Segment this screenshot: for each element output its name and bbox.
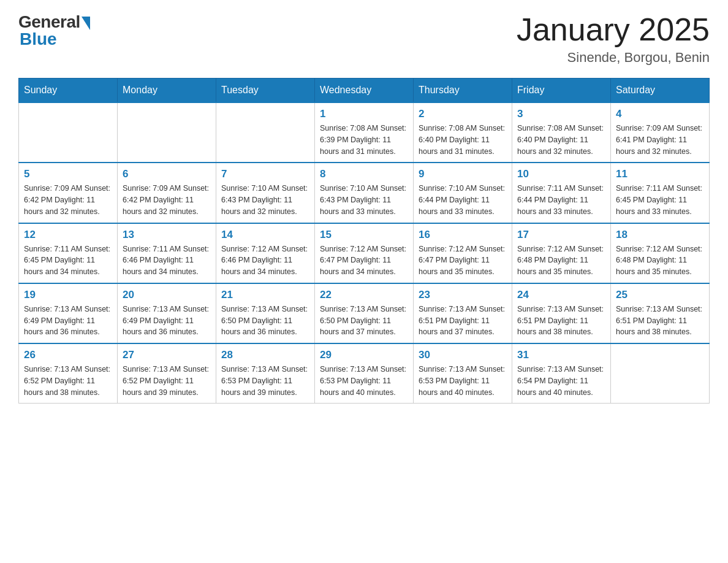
calendar-header-row: SundayMondayTuesdayWednesdayThursdayFrid… <box>19 79 710 103</box>
day-number: 16 <box>419 229 507 241</box>
title-section: January 2025 Sinende, Borgou, Benin <box>517 12 710 66</box>
day-number: 15 <box>320 229 408 241</box>
calendar-cell: 18Sunrise: 7:12 AM Sunset: 6:48 PM Dayli… <box>611 223 710 283</box>
day-info: Sunrise: 7:13 AM Sunset: 6:49 PM Dayligh… <box>24 304 112 338</box>
calendar-cell: 24Sunrise: 7:13 AM Sunset: 6:51 PM Dayli… <box>512 283 611 343</box>
calendar-cell: 16Sunrise: 7:12 AM Sunset: 6:47 PM Dayli… <box>414 223 512 283</box>
calendar-cell: 26Sunrise: 7:13 AM Sunset: 6:52 PM Dayli… <box>19 343 118 404</box>
day-number: 7 <box>221 168 309 180</box>
day-number: 9 <box>419 168 507 180</box>
calendar-week-row: 12Sunrise: 7:11 AM Sunset: 6:45 PM Dayli… <box>19 223 710 283</box>
calendar-cell: 5Sunrise: 7:09 AM Sunset: 6:42 PM Daylig… <box>19 163 118 223</box>
calendar-cell: 2Sunrise: 7:08 AM Sunset: 6:40 PM Daylig… <box>414 102 512 163</box>
day-number: 5 <box>24 168 112 180</box>
day-number: 30 <box>419 349 507 361</box>
day-info: Sunrise: 7:09 AM Sunset: 6:41 PM Dayligh… <box>616 123 704 157</box>
calendar-cell: 30Sunrise: 7:13 AM Sunset: 6:53 PM Dayli… <box>414 343 512 404</box>
day-of-week-header: Thursday <box>414 79 512 103</box>
page-header: General Blue January 2025 Sinende, Borgo… <box>18 12 710 66</box>
calendar-cell: 22Sunrise: 7:13 AM Sunset: 6:50 PM Dayli… <box>315 283 414 343</box>
calendar-cell: 4Sunrise: 7:09 AM Sunset: 6:41 PM Daylig… <box>611 102 710 163</box>
logo-arrow-icon <box>82 17 90 30</box>
logo-blue-text: Blue <box>20 29 57 49</box>
day-number: 21 <box>221 289 309 301</box>
day-of-week-header: Tuesday <box>216 79 315 103</box>
day-info: Sunrise: 7:11 AM Sunset: 6:46 PM Dayligh… <box>123 243 211 278</box>
calendar-cell: 11Sunrise: 7:11 AM Sunset: 6:45 PM Dayli… <box>611 163 710 223</box>
day-number: 3 <box>517 108 605 120</box>
day-info: Sunrise: 7:13 AM Sunset: 6:51 PM Dayligh… <box>419 304 507 338</box>
day-number: 26 <box>24 349 112 361</box>
day-of-week-header: Sunday <box>19 79 118 103</box>
calendar-cell: 1Sunrise: 7:08 AM Sunset: 6:39 PM Daylig… <box>315 102 414 163</box>
calendar-cell: 9Sunrise: 7:10 AM Sunset: 6:44 PM Daylig… <box>414 163 512 223</box>
day-number: 23 <box>419 289 507 301</box>
day-number: 24 <box>517 289 605 301</box>
day-number: 18 <box>616 229 704 241</box>
location-subtitle: Sinende, Borgou, Benin <box>517 50 710 66</box>
calendar-table: SundayMondayTuesdayWednesdayThursdayFrid… <box>18 78 710 404</box>
calendar-cell <box>19 102 118 163</box>
day-number: 4 <box>616 108 704 120</box>
day-number: 13 <box>123 229 211 241</box>
calendar-week-row: 19Sunrise: 7:13 AM Sunset: 6:49 PM Dayli… <box>19 283 710 343</box>
calendar-week-row: 5Sunrise: 7:09 AM Sunset: 6:42 PM Daylig… <box>19 163 710 223</box>
day-info: Sunrise: 7:08 AM Sunset: 6:40 PM Dayligh… <box>419 123 507 157</box>
calendar-cell: 17Sunrise: 7:12 AM Sunset: 6:48 PM Dayli… <box>512 223 611 283</box>
day-number: 22 <box>320 289 408 301</box>
day-info: Sunrise: 7:09 AM Sunset: 6:42 PM Dayligh… <box>123 183 211 217</box>
calendar-cell: 13Sunrise: 7:11 AM Sunset: 6:46 PM Dayli… <box>118 223 216 283</box>
day-number: 29 <box>320 349 408 361</box>
day-info: Sunrise: 7:12 AM Sunset: 6:48 PM Dayligh… <box>517 243 605 278</box>
day-of-week-header: Monday <box>118 79 216 103</box>
day-info: Sunrise: 7:12 AM Sunset: 6:47 PM Dayligh… <box>419 243 507 278</box>
day-info: Sunrise: 7:13 AM Sunset: 6:53 PM Dayligh… <box>221 364 309 398</box>
calendar-cell: 10Sunrise: 7:11 AM Sunset: 6:44 PM Dayli… <box>512 163 611 223</box>
day-number: 12 <box>24 229 112 241</box>
day-number: 25 <box>616 289 704 301</box>
day-info: Sunrise: 7:10 AM Sunset: 6:43 PM Dayligh… <box>221 183 309 217</box>
day-number: 20 <box>123 289 211 301</box>
calendar-cell: 8Sunrise: 7:10 AM Sunset: 6:43 PM Daylig… <box>315 163 414 223</box>
calendar-cell <box>216 102 315 163</box>
calendar-cell: 15Sunrise: 7:12 AM Sunset: 6:47 PM Dayli… <box>315 223 414 283</box>
month-title: January 2025 <box>517 12 710 47</box>
day-number: 27 <box>123 349 211 361</box>
day-info: Sunrise: 7:13 AM Sunset: 6:50 PM Dayligh… <box>320 304 408 338</box>
calendar-cell: 27Sunrise: 7:13 AM Sunset: 6:52 PM Dayli… <box>118 343 216 404</box>
day-number: 11 <box>616 168 704 180</box>
day-info: Sunrise: 7:13 AM Sunset: 6:52 PM Dayligh… <box>24 364 112 398</box>
calendar-cell: 21Sunrise: 7:13 AM Sunset: 6:50 PM Dayli… <box>216 283 315 343</box>
day-number: 1 <box>320 108 408 120</box>
day-number: 17 <box>517 229 605 241</box>
calendar-cell: 3Sunrise: 7:08 AM Sunset: 6:40 PM Daylig… <box>512 102 611 163</box>
calendar-cell <box>611 343 710 404</box>
calendar-week-row: 26Sunrise: 7:13 AM Sunset: 6:52 PM Dayli… <box>19 343 710 404</box>
calendar-cell: 12Sunrise: 7:11 AM Sunset: 6:45 PM Dayli… <box>19 223 118 283</box>
day-info: Sunrise: 7:13 AM Sunset: 6:52 PM Dayligh… <box>123 364 211 398</box>
calendar-cell: 31Sunrise: 7:13 AM Sunset: 6:54 PM Dayli… <box>512 343 611 404</box>
logo: General Blue <box>18 12 90 49</box>
calendar-cell: 23Sunrise: 7:13 AM Sunset: 6:51 PM Dayli… <box>414 283 512 343</box>
day-number: 6 <box>123 168 211 180</box>
day-number: 8 <box>320 168 408 180</box>
day-info: Sunrise: 7:12 AM Sunset: 6:46 PM Dayligh… <box>221 243 309 278</box>
day-number: 19 <box>24 289 112 301</box>
day-number: 31 <box>517 349 605 361</box>
day-info: Sunrise: 7:08 AM Sunset: 6:39 PM Dayligh… <box>320 123 408 157</box>
day-info: Sunrise: 7:11 AM Sunset: 6:45 PM Dayligh… <box>24 243 112 278</box>
calendar-cell: 20Sunrise: 7:13 AM Sunset: 6:49 PM Dayli… <box>118 283 216 343</box>
day-info: Sunrise: 7:08 AM Sunset: 6:40 PM Dayligh… <box>517 123 605 157</box>
day-info: Sunrise: 7:11 AM Sunset: 6:44 PM Dayligh… <box>517 183 605 217</box>
calendar-cell: 7Sunrise: 7:10 AM Sunset: 6:43 PM Daylig… <box>216 163 315 223</box>
day-info: Sunrise: 7:13 AM Sunset: 6:50 PM Dayligh… <box>221 304 309 338</box>
day-of-week-header: Friday <box>512 79 611 103</box>
day-info: Sunrise: 7:12 AM Sunset: 6:47 PM Dayligh… <box>320 243 408 278</box>
day-info: Sunrise: 7:10 AM Sunset: 6:43 PM Dayligh… <box>320 183 408 217</box>
day-number: 28 <box>221 349 309 361</box>
day-number: 10 <box>517 168 605 180</box>
day-info: Sunrise: 7:13 AM Sunset: 6:53 PM Dayligh… <box>320 364 408 398</box>
day-info: Sunrise: 7:10 AM Sunset: 6:44 PM Dayligh… <box>419 183 507 217</box>
calendar-cell: 29Sunrise: 7:13 AM Sunset: 6:53 PM Dayli… <box>315 343 414 404</box>
day-info: Sunrise: 7:13 AM Sunset: 6:51 PM Dayligh… <box>616 304 704 338</box>
